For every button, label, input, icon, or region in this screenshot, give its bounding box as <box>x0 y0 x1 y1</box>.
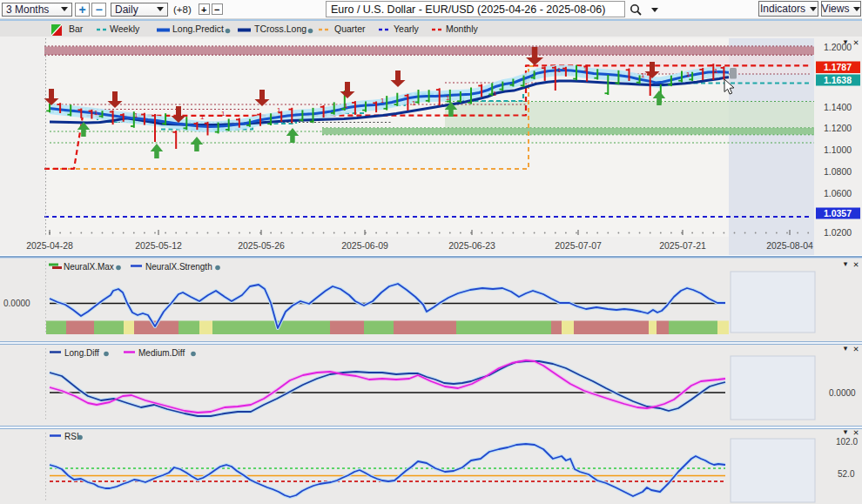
svg-text:1.1787: 1.1787 <box>824 62 852 72</box>
svg-text:▾: ▾ <box>844 259 848 268</box>
svg-text:0.0000: 0.0000 <box>3 299 30 308</box>
svg-text:1: 1 <box>344 102 348 110</box>
svg-text:1: 1 <box>412 99 416 107</box>
svg-text:1.0200: 1.0200 <box>824 227 852 238</box>
svg-text:1: 1 <box>380 97 385 104</box>
svg-text:▾: ▾ <box>844 37 848 46</box>
svg-text:1: 1 <box>94 109 98 117</box>
svg-text:1.2000: 1.2000 <box>824 42 852 52</box>
svg-text:1: 1 <box>221 110 226 118</box>
svg-text:✕: ✕ <box>852 260 859 269</box>
svg-text:1: 1 <box>493 90 497 97</box>
svg-text:1: 1 <box>277 106 281 114</box>
svg-text:RSI: RSI <box>64 432 79 441</box>
svg-text:✕: ✕ <box>852 345 859 353</box>
svg-text:Long.Diff: Long.Diff <box>64 348 99 358</box>
svg-text:1: 1 <box>714 67 718 75</box>
svg-text:2025-05-12: 2025-05-12 <box>135 240 182 251</box>
svg-text:52.0: 52.0 <box>838 469 855 479</box>
svg-text:1.0800: 1.0800 <box>824 166 852 177</box>
svg-text:1: 1 <box>134 111 138 119</box>
svg-text:1.1000: 1.1000 <box>824 144 852 155</box>
svg-text:NeuralX.Max: NeuralX.Max <box>64 262 114 272</box>
svg-text:1.1400: 1.1400 <box>824 102 852 112</box>
svg-text:✕: ✕ <box>852 38 859 47</box>
svg-text:1: 1 <box>200 113 205 121</box>
svg-text:1.1638: 1.1638 <box>824 75 852 85</box>
svg-text:1: 1 <box>641 71 645 79</box>
svg-text:2025-06-23: 2025-06-23 <box>448 240 495 251</box>
svg-text:2025-07-07: 2025-07-07 <box>555 240 602 251</box>
svg-text:102.0: 102.0 <box>836 437 858 447</box>
svg-text:1.1200: 1.1200 <box>824 123 852 133</box>
svg-text:2025-08-04: 2025-08-04 <box>766 240 813 251</box>
svg-text:0.0000: 0.0000 <box>829 388 856 398</box>
svg-text:1: 1 <box>583 65 588 73</box>
svg-text:2025-06-09: 2025-06-09 <box>341 240 388 251</box>
svg-text:1.0600: 1.0600 <box>824 188 852 198</box>
svg-text:▾: ▾ <box>844 345 848 353</box>
svg-text:Medium.Diff: Medium.Diff <box>138 348 185 358</box>
svg-text:2025-07-21: 2025-07-21 <box>659 240 706 251</box>
svg-text:1: 1 <box>557 66 562 74</box>
svg-text:1: 1 <box>686 71 690 78</box>
svg-text:2025-04-28: 2025-04-28 <box>26 240 73 251</box>
svg-text:✕: ✕ <box>852 429 859 437</box>
svg-text:1.0357: 1.0357 <box>824 208 852 218</box>
svg-text:▾: ▾ <box>844 429 848 436</box>
svg-text:1: 1 <box>446 94 450 102</box>
svg-text:2025-05-26: 2025-05-26 <box>238 240 285 251</box>
svg-text:NeuralX.Strength: NeuralX.Strength <box>145 262 212 272</box>
